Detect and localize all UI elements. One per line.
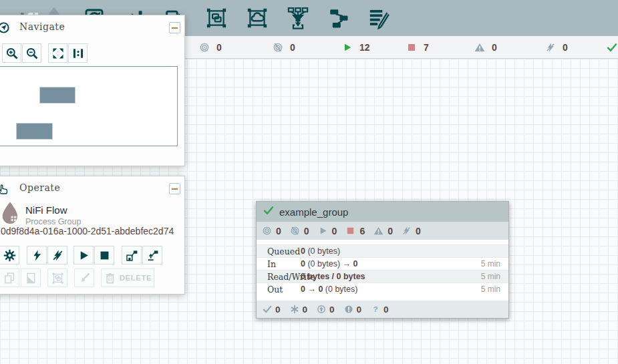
pg-stat-value: 0 (0 bytes) [301,246,478,256]
pg-version-question: ?0 [371,305,389,315]
birdseye-minimap[interactable] [0,66,178,146]
selected-flow-name: NiFi Flow [25,204,67,216]
pg-stat-label: In [257,259,301,269]
pg-stat-value: 0 (0 bytes) → 0 [301,259,478,268]
paste-icon [25,272,37,285]
selected-flow-id[interactable]: 0d9f8d4a-016a-1000-2d51-abdebfec2d74 [1,226,174,236]
check-icon [263,205,274,216]
process-group-stats: Queued0 (0 bytes)In0 (0 bytes) → 05 minR… [257,244,508,295]
template-button[interactable] [327,7,350,29]
delete-icon [104,272,116,285]
svg-text:?: ? [373,305,378,313]
pg-stat-row-out: Out0 → 0 (0 bytes)5 min [257,283,508,295]
start-button[interactable] [73,246,94,264]
paste-button[interactable] [21,268,41,287]
status-transmitting: 0 [199,36,222,58]
label-button[interactable] [368,7,391,29]
pg-count-running: 0 [318,226,337,236]
status-running: 12 [342,36,370,58]
funnel-button[interactable] [287,7,309,29]
pg-count-transmitting-value: 0 [276,226,281,236]
pg-count-disabled: 0 [402,226,421,236]
process-group-example-group[interactable]: example_group 000600 Queued0 (0 bytes)In… [256,201,509,319]
pg-count-stopped-value: 6 [359,226,365,236]
transmitting-icon [199,42,210,53]
zoom-fit-icon [51,47,65,60]
pg-count-transmitting: 0 [262,226,281,236]
running-icon [342,42,353,53]
upload-template-icon [146,249,159,262]
status-disabled-count: 0 [563,42,568,53]
operate-palette: Operate NiFi Flow Process Group 0d9f8d4a… [0,176,185,295]
operate-header: Operate [0,176,184,200]
create-template-button[interactable] [122,246,142,264]
pg-version-asterisk-value: 0 [303,305,308,315]
funnel-icon [287,7,309,29]
zoom-out-button[interactable] [22,43,41,63]
create-template-icon [126,249,138,262]
minimap-component [39,87,75,104]
configuration-button[interactable] [0,246,19,264]
version-check-icon [263,305,272,314]
stop-button[interactable] [94,246,114,264]
group-button[interactable] [47,268,67,287]
up-to-date-icon [263,205,274,218]
status-running-count: 12 [359,42,370,53]
remote-process-group-button[interactable] [246,7,269,29]
pg-count-invalid: 0 [373,226,393,236]
pg-stat-period: 5 min [478,285,508,294]
operate-collapse-button[interactable] [169,183,180,194]
enable-button[interactable] [27,246,47,264]
delete-button[interactable]: DELETE [101,268,154,287]
navigate-collapse-button[interactable] [169,22,180,33]
process-group-button[interactable] [205,7,228,29]
copy-button[interactable] [0,268,19,287]
pg-stat-value: 0 bytes / 0 bytes [301,272,478,281]
status-stopped-count: 7 [424,42,429,53]
pg-version-up: 0 [317,305,335,315]
pg-stat-value: 0 → 0 (0 bytes) [301,285,478,294]
pg-stat-row-in: In0 (0 bytes) → 05 min [257,257,508,270]
compass-icon [0,21,10,34]
label-icon [368,7,391,29]
upload-template-button[interactable] [142,246,162,264]
operate-title: Operate [19,182,60,193]
zoom-fit-button[interactable] [48,43,67,63]
pg-stat-label: Out [257,285,301,295]
pg-version-bang-value: 0 [357,305,362,315]
pg-stat-period: 5 min [478,259,508,268]
pg-count-disabled-value: 0 [416,226,421,236]
stopped-icon [345,226,355,236]
version-asterisk-icon [290,305,299,314]
configuration-icon [3,249,16,262]
zoom-in-icon [5,47,19,60]
disabled-icon [402,226,412,236]
group-icon [51,272,64,285]
process-group-status-counts: 000600 [257,222,508,240]
zoom-in-button[interactable] [2,43,21,63]
disable-icon [51,249,64,262]
status-stopped: 7 [406,36,429,58]
status-invalid: 0 [474,36,497,58]
enable-icon [31,249,43,262]
pg-version-asterisk: 0 [290,305,308,315]
zoom-actual-button[interactable] [68,43,88,63]
disable-button[interactable] [47,246,67,264]
version-up-icon [317,305,326,314]
running-icon [318,226,328,236]
status-not-transmitting: 0 [273,36,295,58]
nifi-application-window: nifi 01 / 0 bytes0012700 example_group 0… [0,0,618,364]
hand-pointer-icon [0,182,10,198]
pg-count-stopped: 6 [345,226,365,236]
pg-stat-row-read-write: Read/Write0 bytes / 0 bytes5 min [257,270,508,283]
zoom-out-icon [25,47,39,60]
fill-color-button[interactable] [74,268,94,287]
remote-process-group-icon [246,7,269,29]
invalid-icon [474,42,485,53]
disabled-icon [545,42,556,53]
pg-count-not-transmitting: 0 [290,226,309,236]
template-icon [327,7,350,29]
process-group-header: example_group [257,202,508,222]
start-icon [78,249,90,262]
check-icon [607,42,617,53]
